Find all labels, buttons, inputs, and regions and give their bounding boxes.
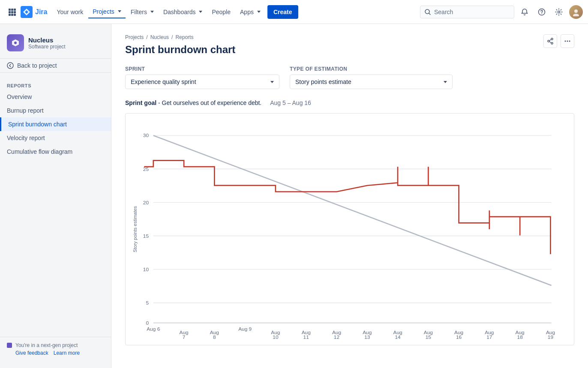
estimation-select-value: Story points estimate — [295, 78, 351, 85]
sprint-select-chevron-icon — [270, 81, 274, 83]
svg-text:10: 10 — [273, 334, 279, 340]
svg-text:10: 10 — [143, 266, 149, 272]
nav-filters[interactable]: Filters — [126, 6, 158, 18]
settings-button[interactable] — [552, 5, 566, 19]
nav-dashboards[interactable]: Dashboards — [159, 6, 207, 18]
sidebar: Nucleus Software project Back to project… — [0, 24, 111, 368]
svg-text:14: 14 — [395, 334, 401, 340]
svg-point-26 — [569, 41, 570, 42]
svg-text:13: 13 — [364, 334, 370, 340]
svg-point-18 — [7, 63, 13, 69]
header-actions — [543, 34, 574, 48]
svg-line-22 — [549, 39, 551, 41]
svg-rect-0 — [9, 9, 11, 11]
sprint-goal-description: - Get ourselves out of experience debt. — [158, 99, 261, 106]
svg-point-24 — [565, 41, 566, 42]
topnav-right: Search — [420, 5, 583, 19]
svg-rect-8 — [14, 14, 16, 16]
chart-y-label: Story points estimates — [132, 206, 138, 252]
filters-row: Sprint Experience quality sprint Type of… — [125, 66, 574, 89]
nav-people[interactable]: People — [207, 6, 235, 18]
gear-icon — [555, 8, 563, 16]
project-info: Nucleus Software project — [0, 31, 111, 58]
dashboards-chevron-icon — [199, 11, 202, 13]
svg-rect-5 — [14, 11, 16, 13]
sidebar-item-velocity[interactable]: Velocity report — [0, 131, 111, 145]
avatar[interactable] — [569, 5, 583, 19]
sidebar-footer: You're in a next-gen project Give feedba… — [0, 337, 111, 361]
actual-line — [144, 161, 550, 254]
search-box[interactable]: Search — [420, 6, 514, 18]
share-button[interactable] — [543, 34, 557, 48]
project-icon — [7, 34, 24, 51]
estimation-select[interactable]: Story points estimate — [290, 75, 453, 89]
main-content: Projects / Nucleus / Reports Sprint burn… — [111, 24, 588, 368]
burndown-chart: 30 25 20 15 10 5 0 Aug 6 Aug 7 Aug 8 — [126, 122, 565, 336]
svg-point-20 — [551, 42, 553, 44]
back-to-project-button[interactable]: Back to project — [0, 58, 111, 73]
sidebar-item-overview[interactable]: Overview — [0, 90, 111, 104]
svg-rect-2 — [14, 9, 16, 11]
svg-rect-3 — [9, 11, 11, 13]
sidebar-item-burndown[interactable]: Sprint burndown chart — [0, 117, 111, 131]
breadcrumb-nucleus[interactable]: Nucleus — [150, 34, 169, 40]
sidebar-item-burnup[interactable]: Burnup report — [0, 104, 111, 117]
nav-apps[interactable]: Apps — [236, 6, 265, 18]
notifications-button[interactable] — [518, 5, 531, 19]
apps-grid-icon[interactable] — [5, 5, 19, 19]
bell-icon — [521, 8, 528, 16]
search-placeholder: Search — [434, 9, 453, 15]
sprint-select[interactable]: Experience quality sprint — [125, 75, 279, 89]
sprint-filter-group: Sprint Experience quality sprint — [125, 66, 279, 89]
svg-text:17: 17 — [486, 334, 492, 340]
nav-links: Your work Projects Filters Dashboards Pe… — [52, 5, 418, 19]
svg-rect-6 — [9, 14, 11, 16]
more-options-button[interactable] — [561, 34, 574, 48]
search-icon — [425, 9, 431, 15]
svg-text:20: 20 — [143, 200, 149, 205]
chart-wrap: Story points estimates 30 25 20 — [126, 122, 565, 336]
breadcrumb: Projects / Nucleus / Reports — [125, 34, 235, 40]
svg-text:30: 30 — [143, 133, 149, 138]
give-feedback-link[interactable]: Give feedback — [15, 350, 48, 356]
svg-point-17 — [14, 42, 17, 44]
svg-text:11: 11 — [303, 334, 309, 340]
help-button[interactable] — [535, 5, 549, 19]
svg-point-19 — [551, 38, 553, 40]
breadcrumb-reports[interactable]: Reports — [175, 34, 193, 40]
sprint-goal: Sprint goal - Get ourselves out of exper… — [125, 99, 574, 106]
page-header-actions: Projects / Nucleus / Reports Sprint burn… — [125, 34, 574, 66]
footer-links: Give feedback Learn more — [7, 350, 104, 356]
svg-point-13 — [541, 13, 542, 14]
svg-rect-1 — [11, 9, 13, 11]
svg-text:12: 12 — [334, 334, 339, 340]
jira-logo[interactable]: Jira — [21, 6, 47, 18]
svg-text:Aug 6: Aug 6 — [147, 326, 160, 332]
svg-point-25 — [567, 41, 568, 42]
svg-rect-4 — [11, 11, 13, 13]
sidebar-items: OverviewBurnup reportSprint burndown cha… — [0, 90, 111, 159]
svg-line-11 — [429, 13, 430, 15]
nav-yourwork[interactable]: Your work — [52, 6, 87, 18]
svg-text:0: 0 — [146, 320, 149, 326]
svg-text:15: 15 — [143, 233, 149, 239]
svg-text:19: 19 — [548, 334, 553, 340]
project-type: Software project — [28, 44, 66, 50]
svg-rect-7 — [11, 14, 13, 16]
breadcrumb-projects[interactable]: Projects — [125, 34, 144, 40]
topnav: Jira Your work Projects Filters Dashboar… — [0, 0, 588, 24]
sprint-filter-label: Sprint — [125, 66, 279, 72]
estimation-select-chevron-icon — [444, 81, 447, 83]
create-button[interactable]: Create — [267, 5, 298, 19]
estimation-filter-group: Type of estimation Story points estimate — [290, 66, 453, 89]
reports-section-title: Reports — [0, 80, 111, 90]
learn-more-link[interactable]: Learn more — [54, 350, 80, 356]
back-arrow-icon — [7, 62, 14, 69]
sprint-goal-label: Sprint goal — [125, 99, 156, 106]
sidebar-item-cumulative[interactable]: Cumulative flow diagram — [0, 145, 111, 159]
svg-text:16: 16 — [456, 334, 462, 340]
project-name: Nucleus — [28, 36, 66, 44]
svg-point-15 — [574, 9, 578, 13]
nav-projects[interactable]: Projects — [88, 6, 126, 18]
next-gen-badge: You're in a next-gen project — [7, 342, 104, 348]
